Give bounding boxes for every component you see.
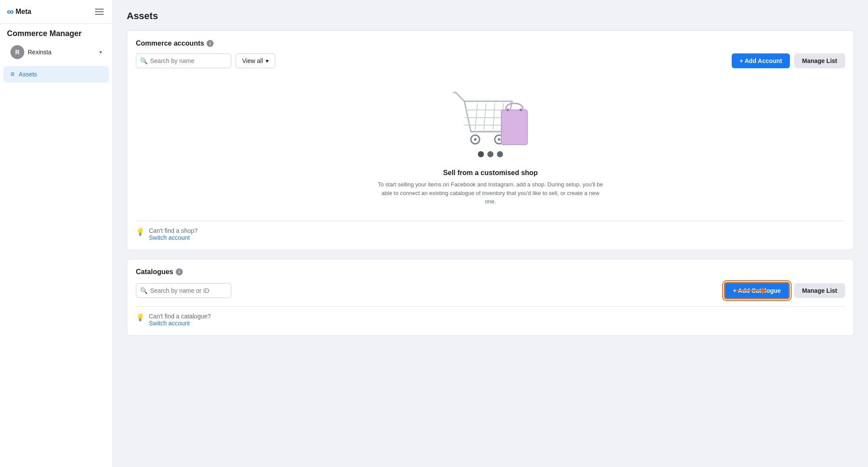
svg-rect-14: [501, 110, 527, 145]
sidebar-nav: ≡ Assets: [0, 66, 112, 83]
switch-account-catalogue-link[interactable]: Switch account: [149, 320, 190, 327]
catalogues-title-text: Catalogues: [136, 268, 173, 276]
empty-state-description: To start selling your items on Facebook …: [378, 180, 603, 206]
svg-point-16: [519, 109, 522, 111]
search-icon: 🔍: [140, 57, 148, 64]
avatar: R: [10, 45, 24, 59]
catalogues-toolbar: 🔍 + Add Catalogue Manage List: [136, 282, 845, 299]
add-account-button[interactable]: + Add Account: [732, 53, 790, 68]
hamburger-line-1: [95, 9, 104, 10]
info-icon[interactable]: i: [207, 40, 214, 47]
commerce-accounts-title-text: Commerce accounts: [136, 40, 204, 47]
catalogues-info-icon[interactable]: i: [176, 268, 183, 275]
cant-find-shop-text: Can't find a shop? Switch account: [149, 227, 197, 241]
catalogue-search-input[interactable]: [136, 283, 231, 298]
catalogue-search-wrap: 🔍: [136, 283, 231, 298]
commerce-accounts-card: Commerce accounts i 🔍 View all ▾ + Add A…: [127, 30, 854, 250]
hamburger-line-2: [95, 11, 104, 12]
commerce-accounts-search-input[interactable]: [136, 53, 231, 68]
manage-catalogue-list-button[interactable]: Manage List: [794, 283, 845, 298]
sidebar-header: ∞ Meta: [0, 0, 112, 24]
cant-find-shop-label: Can't find a shop?: [149, 227, 197, 234]
empty-state-title: Sell from a customised shop: [443, 169, 538, 177]
hamburger-menu-button[interactable]: [93, 7, 105, 17]
commerce-accounts-empty-state: Sell from a customised shop To start sel…: [136, 75, 845, 216]
catalogue-bulb-icon: 💡: [136, 313, 145, 321]
account-selector[interactable]: R Rexinsta ▾: [3, 42, 109, 63]
app-title: Commerce Manager: [0, 24, 112, 42]
commerce-accounts-toolbar: 🔍 View all ▾ + Add Account Manage List: [136, 53, 845, 68]
sidebar: ∞ Meta Commerce Manager R Rexinsta ▾ ≡ A…: [0, 0, 113, 467]
svg-point-19: [497, 151, 503, 157]
svg-point-17: [478, 151, 484, 157]
view-all-dropdown[interactable]: View all ▾: [236, 53, 275, 68]
switch-account-shop-link[interactable]: Switch account: [149, 234, 190, 241]
cant-find-catalogue-label: Can't find a catalogue?: [149, 313, 211, 320]
account-name: Rexinsta: [28, 49, 96, 56]
manage-catalogue-list-label: Manage List: [802, 287, 837, 294]
cant-find-catalogue-text: Can't find a catalogue? Switch account: [149, 313, 211, 327]
catalogue-search-icon: 🔍: [140, 287, 148, 294]
catalogues-title: Catalogues i: [136, 268, 845, 276]
svg-point-15: [506, 109, 509, 111]
svg-point-12: [474, 138, 477, 141]
bulb-icon: 💡: [136, 228, 145, 236]
commerce-accounts-search-wrap: 🔍: [136, 53, 231, 68]
sidebar-item-assets-label: Assets: [19, 71, 37, 78]
catalogues-card: Catalogues i 🔍 + Add Catalogue Manage Li…: [127, 259, 854, 336]
arrow-line: [736, 290, 762, 291]
shopping-cart-illustration: [443, 84, 538, 162]
arrow-head: [762, 287, 767, 294]
main-content: Assets Commerce accounts i 🔍 View all ▾ …: [113, 0, 868, 467]
cant-find-catalogue-section: 💡 Can't find a catalogue? Switch account: [136, 306, 845, 327]
meta-infinity-icon: ∞: [7, 6, 13, 17]
sidebar-item-assets[interactable]: ≡ Assets: [3, 66, 109, 83]
assets-icon: ≡: [10, 70, 14, 78]
arrow-indicator: [736, 287, 767, 294]
commerce-accounts-title: Commerce accounts i: [136, 40, 845, 47]
svg-point-18: [487, 151, 493, 157]
filter-chevron-icon: ▾: [266, 57, 269, 64]
view-all-label: View all: [242, 57, 263, 64]
svg-point-13: [498, 138, 500, 141]
cant-find-shop-section: 💡 Can't find a shop? Switch account: [136, 221, 845, 241]
hamburger-line-3: [95, 14, 104, 15]
meta-logo-text: Meta: [16, 8, 31, 16]
manage-list-button[interactable]: Manage List: [794, 53, 845, 68]
page-title: Assets: [127, 10, 854, 22]
manage-list-label: Manage List: [802, 57, 837, 64]
svg-line-0: [456, 93, 464, 101]
meta-logo: ∞ Meta: [7, 6, 31, 17]
add-account-label: + Add Account: [740, 57, 782, 64]
chevron-down-icon: ▾: [99, 49, 102, 55]
